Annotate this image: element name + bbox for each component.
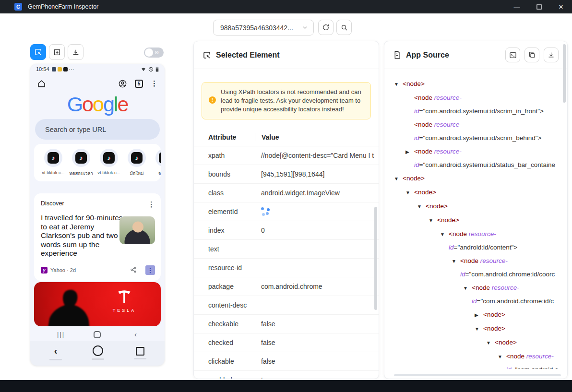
- shortcut-tile[interactable]: ♪จะมีเท: [152, 149, 161, 181]
- window-title: GemPhoneFarm Inspector: [28, 3, 98, 10]
- google-logo-letter: o: [82, 93, 93, 116]
- caret-down-icon[interactable]: ▼: [486, 336, 495, 350]
- table-row[interactable]: packagecom.android.chrome: [194, 277, 379, 296]
- download-source-button[interactable]: [544, 48, 559, 62]
- caret-right-icon[interactable]: ▶: [405, 145, 414, 172]
- tree-node[interactable]: ▼<node resource-id="android:id/content">: [394, 227, 567, 254]
- tree-node[interactable]: ▼<node>: [394, 77, 567, 91]
- device-recents-button[interactable]: [134, 346, 146, 359]
- discover-menu-icon[interactable]: ⋮: [148, 200, 155, 209]
- tree-node[interactable]: ▼<node>: [394, 186, 567, 200]
- caret-right-icon[interactable]: ▶: [475, 308, 483, 322]
- tree-node[interactable]: ▼<node resource-id="com.android.chrome:i…: [394, 254, 567, 281]
- tree-node[interactable]: ▶<node resource-id="com.android.systemui…: [394, 145, 567, 172]
- device-home-button[interactable]: [92, 345, 104, 360]
- caret-down-icon[interactable]: ▼: [463, 281, 472, 308]
- device-screenshot[interactable]: 10:54 ⋯ 5 ⋮ Google Search or type: [30, 64, 165, 366]
- table-row[interactable]: index0: [194, 221, 379, 240]
- attribute-name: bounds: [208, 170, 255, 178]
- select-element-button[interactable]: [30, 44, 46, 60]
- chrome-menu-icon[interactable]: ⋮: [151, 79, 158, 88]
- notification-icon: [58, 67, 62, 71]
- caret-down-icon[interactable]: ▼: [429, 214, 437, 227]
- download-screenshot-button[interactable]: [68, 44, 83, 60]
- back-pill-icon[interactable]: ‹: [134, 330, 137, 338]
- shortcut-tile[interactable]: ♪vt.tiktok.c...: [41, 149, 66, 181]
- node-markup: <node resource-id="android:id/content">: [449, 227, 517, 254]
- article-headline[interactable]: I travelled for 90-minutes to eat at Jer…: [41, 214, 123, 258]
- table-row[interactable]: enabledtrue: [194, 371, 379, 379]
- scrollbar[interactable]: [563, 44, 566, 103]
- device-back-button[interactable]: ‹: [49, 345, 62, 360]
- table-row[interactable]: classandroid.widget.ImageView: [194, 184, 379, 202]
- bottom-bar: [0, 380, 572, 392]
- tree-node[interactable]: ▼<node>: [394, 172, 567, 186]
- tree-node[interactable]: ▼<node>: [394, 322, 567, 336]
- maximize-icon: [536, 4, 542, 10]
- tree-node[interactable]: ▶<node>: [394, 308, 567, 322]
- tree-node[interactable]: ▼<node>: [394, 214, 567, 227]
- horizontal-scrollbar[interactable]: [394, 374, 561, 376]
- toggle-off-icon: ⊗: [155, 50, 159, 55]
- url-search-bar[interactable]: Search or type URL: [35, 119, 160, 140]
- caret-down-icon[interactable]: ▼: [405, 186, 414, 200]
- shortcut-tile[interactable]: ♪ทดสอบเวลา: [69, 149, 94, 181]
- tree-node[interactable]: <node resource-id="com.android.systemui:…: [394, 91, 567, 118]
- table-row[interactable]: elementId: [194, 202, 379, 221]
- search-button[interactable]: [336, 20, 352, 35]
- shortcut-tile[interactable]: ♪vt.tiktok.c...: [96, 149, 121, 181]
- copy-button[interactable]: [524, 48, 539, 62]
- table-row[interactable]: checkablefalse: [194, 315, 379, 333]
- recents-pill-icon[interactable]: |||: [57, 331, 65, 338]
- phone-status-bar: 10:54 ⋯: [30, 64, 165, 74]
- device-control-bar: ‹: [30, 344, 165, 366]
- caret-down-icon[interactable]: ▼: [394, 172, 403, 186]
- table-row[interactable]: clickablefalse: [194, 352, 379, 371]
- refresh-button[interactable]: [318, 20, 334, 35]
- table-row[interactable]: resource-id: [194, 259, 379, 277]
- attribute-value: false: [255, 320, 379, 328]
- tiktok-icon: ♪: [48, 152, 59, 164]
- minimize-button[interactable]: —: [506, 0, 528, 13]
- table-row[interactable]: content-desc: [194, 296, 379, 315]
- device-screen[interactable]: 10:54 ⋯ 5 ⋮ Google Search or type: [30, 64, 165, 341]
- tab-switcher[interactable]: 5: [135, 80, 143, 88]
- attribute-value: com.android.chrome: [255, 283, 379, 290]
- tree-node[interactable]: ▼<node resource-id="com.android.c: [394, 350, 567, 369]
- scrollbar[interactable]: [374, 207, 377, 310]
- tree-node[interactable]: ▼<node>: [394, 336, 567, 350]
- maximize-button[interactable]: [528, 0, 550, 13]
- tree-node[interactable]: ▼<node>: [394, 200, 567, 214]
- selected-element-panel: Selected Element ! Using XPath locators …: [193, 41, 379, 379]
- attribute-name: checkable: [208, 320, 255, 328]
- article-thumbnail[interactable]: [119, 216, 155, 244]
- caret-down-icon[interactable]: ▼: [452, 254, 460, 281]
- tree-node[interactable]: <node resource-id="com.android.systemui:…: [394, 118, 567, 145]
- xpath-warning-alert: ! Using XPath locators is not recommende…: [202, 82, 371, 119]
- table-row[interactable]: checkedfalse: [194, 333, 379, 352]
- device-select[interactable]: 988a57395a46303442...: [213, 20, 314, 36]
- card-menu-selected-highlight[interactable]: ⋮: [145, 265, 155, 275]
- caret-down-icon[interactable]: ▼: [475, 322, 483, 336]
- caret-down-icon[interactable]: ▼: [394, 77, 403, 91]
- home-pill-icon[interactable]: [94, 331, 101, 338]
- zoom-region-button[interactable]: [49, 44, 65, 60]
- caret-down-icon[interactable]: ▼: [417, 200, 426, 214]
- home-icon[interactable]: [37, 79, 46, 88]
- tree-node[interactable]: ▼<node resource-id="com.android.chrome:i…: [394, 281, 567, 308]
- attribute-name: clickable: [208, 357, 255, 365]
- caret-down-icon[interactable]: ▼: [498, 350, 506, 369]
- caret-down-icon[interactable]: ▼: [440, 227, 449, 254]
- terminal-button[interactable]: [505, 48, 520, 62]
- profile-icon[interactable]: [118, 79, 127, 88]
- table-row[interactable]: xpath//node[@content-desc="Card Menu I t: [194, 146, 379, 165]
- tesla-ad-image[interactable]: TESLA: [34, 282, 161, 326]
- overlay-toggle[interactable]: ⊗: [144, 48, 164, 58]
- shortcut-tile[interactable]: ♪มือใหม่: [124, 149, 149, 181]
- node-markup: <node>: [403, 172, 425, 186]
- table-row[interactable]: bounds[945,1591][998,1644]: [194, 165, 379, 184]
- tiktok-icon: ♪: [103, 152, 115, 164]
- close-button[interactable]: ✕: [550, 0, 572, 13]
- share-icon[interactable]: [130, 266, 137, 274]
- table-row[interactable]: text: [194, 240, 379, 259]
